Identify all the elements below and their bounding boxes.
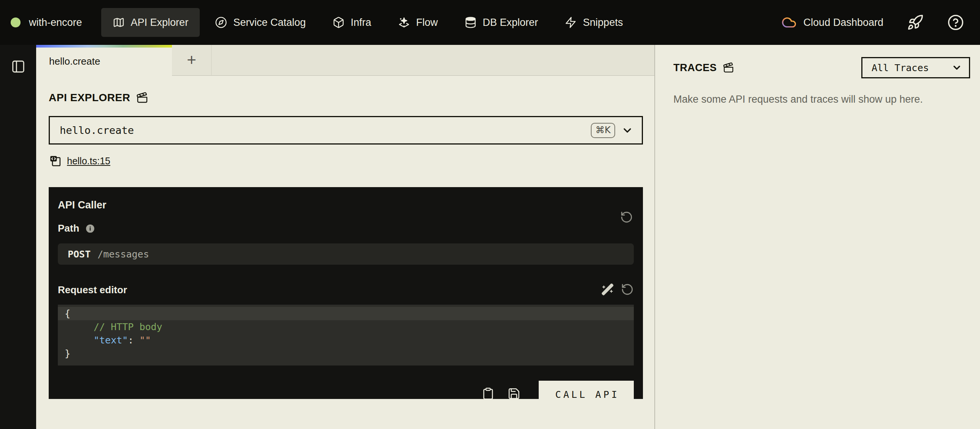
code-line: {: [58, 307, 634, 320]
api-caller-title: API Caller: [58, 199, 634, 211]
traces-title-text: TRACES: [673, 62, 717, 74]
call-api-button[interactable]: CALL API: [539, 381, 634, 408]
nav-item-flow[interactable]: Flow: [387, 8, 449, 37]
nav-item-service-catalog[interactable]: Service Catalog: [204, 8, 317, 37]
api-caller-card: API Caller Path POST /messages Request e…: [49, 187, 643, 399]
flow-sparkle-icon: [398, 16, 410, 29]
tab-bar: hello.create +: [36, 45, 654, 76]
api-caller-footer: CALL API: [58, 381, 634, 408]
zap-icon: [565, 16, 577, 29]
chevron-down-icon: [621, 124, 633, 137]
toggle-sidebar-button[interactable]: [11, 59, 25, 74]
format-json-button[interactable]: [601, 283, 614, 297]
save-icon: [508, 387, 520, 400]
panel-left-icon: [11, 59, 25, 74]
rocket-button[interactable]: [907, 14, 924, 31]
tab-label: hello.create: [49, 56, 100, 67]
code-key: "text": [94, 335, 128, 346]
editor-actions: [601, 283, 634, 297]
shortcut-badge: ⌘K: [591, 123, 615, 138]
nav-item-label: Service Catalog: [233, 17, 306, 29]
info-icon[interactable]: [85, 224, 95, 234]
endpoint-path-box: POST /messages: [58, 243, 634, 265]
cloud-dashboard-label: Cloud Dashboard: [803, 17, 883, 29]
navbar-right: Cloud Dashboard: [781, 14, 964, 31]
code-value: "": [139, 335, 151, 346]
save-request-button[interactable]: [508, 387, 520, 402]
clipboard-icon: [482, 387, 495, 400]
code-line: "text": "": [58, 334, 634, 347]
reset-request-button[interactable]: [620, 211, 633, 225]
reset-icon: [620, 211, 633, 224]
http-method: POST: [68, 249, 91, 260]
new-tab-button[interactable]: +: [172, 45, 212, 76]
compass-icon: [215, 16, 227, 29]
tab-bar-filler: [212, 45, 654, 76]
nav-item-db-explorer[interactable]: DB Explorer: [453, 8, 550, 37]
source-row: hello.ts:15: [49, 154, 643, 167]
code-line: // HTTP body: [58, 320, 634, 334]
app-name: with-encore: [29, 17, 82, 29]
plus-icon: +: [187, 51, 196, 69]
nav-item-api-explorer[interactable]: API Explorer: [101, 8, 200, 37]
tab-hello-create[interactable]: hello.create: [36, 45, 172, 76]
page-title: API EXPLORER: [49, 92, 643, 104]
copy-request-button[interactable]: [482, 387, 495, 402]
code-comment: // HTTP body: [94, 321, 162, 332]
top-navbar: with-encore API Explorer Service Catalog…: [0, 0, 980, 45]
reset-editor-button[interactable]: [621, 283, 634, 297]
app-brand[interactable]: with-encore: [11, 17, 82, 29]
file-code-icon: [49, 154, 62, 167]
source-file-link[interactable]: hello.ts:15: [67, 156, 110, 167]
nav-item-label: Infra: [351, 17, 371, 29]
map-icon: [113, 16, 125, 29]
status-dot-icon: [11, 17, 21, 27]
code-line: }: [58, 347, 634, 360]
request-editor-header: Request editor: [58, 283, 634, 297]
endpoint-select[interactable]: hello.create ⌘K: [49, 116, 643, 145]
cloud-dashboard-link[interactable]: Cloud Dashboard: [781, 15, 883, 30]
active-tab-gradient-bar: [36, 45, 172, 48]
clapperboard-icon: [136, 92, 148, 104]
nav-item-infra[interactable]: Infra: [321, 8, 383, 37]
http-path: /messages: [97, 249, 149, 260]
wand-sparkles-icon: [601, 283, 614, 296]
path-row: Path: [58, 222, 634, 234]
help-button[interactable]: [947, 14, 964, 31]
nav-item-label: API Explorer: [131, 17, 189, 29]
endpoint-select-value: hello.create: [60, 124, 134, 136]
nav-item-snippets[interactable]: Snippets: [553, 8, 634, 37]
page-title-text: API EXPLORER: [49, 92, 130, 104]
database-icon: [465, 16, 477, 29]
cube-icon: [332, 16, 345, 29]
traces-filter-value: All Traces: [872, 62, 929, 73]
cloud-icon: [781, 15, 797, 30]
reset-icon: [621, 283, 634, 296]
endpoint-select-right: ⌘K: [591, 123, 633, 138]
traces-filter-select[interactable]: All Traces: [861, 57, 970, 78]
nav-item-label: Flow: [416, 17, 438, 29]
nav-item-label: DB Explorer: [483, 17, 538, 29]
traces-panel: TRACES All Traces Make some API requests…: [654, 45, 980, 429]
request-editor-label: Request editor: [58, 284, 127, 296]
request-body-editor[interactable]: { // HTTP body "text": "" }: [58, 305, 634, 365]
traces-empty-message: Make some API requests and traces will s…: [673, 94, 970, 105]
help-icon: [947, 14, 964, 31]
api-explorer-section: API EXPLORER hello.create ⌘K hello.ts:15…: [36, 76, 654, 429]
clapperboard-icon: [723, 62, 734, 73]
left-sidebar: [0, 45, 36, 429]
path-label: Path: [58, 222, 79, 234]
rocket-icon: [907, 14, 924, 31]
nav-item-label: Snippets: [583, 17, 623, 29]
main-nav: API Explorer Service Catalog Infra Flow …: [101, 8, 635, 37]
chevron-down-icon: [951, 62, 962, 73]
traces-title: TRACES: [673, 62, 734, 74]
traces-header: TRACES All Traces: [673, 57, 970, 78]
